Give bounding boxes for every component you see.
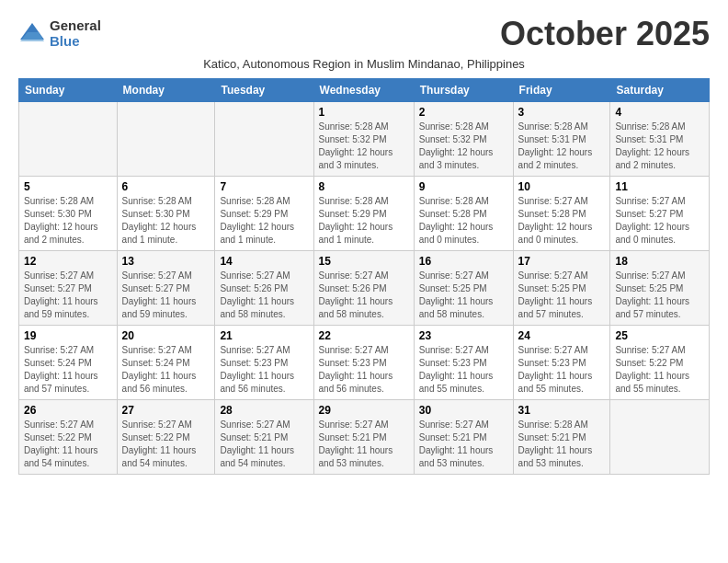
table-row: 22Sunrise: 5:27 AMSunset: 5:23 PMDayligh…	[313, 326, 414, 400]
table-row: 21Sunrise: 5:27 AMSunset: 5:23 PMDayligh…	[215, 326, 313, 400]
day-info: Sunrise: 5:27 AMSunset: 5:28 PMDaylight:…	[518, 195, 606, 247]
day-number: 28	[220, 404, 308, 417]
day-info: Sunrise: 5:27 AMSunset: 5:22 PMDaylight:…	[615, 344, 704, 396]
table-row: 15Sunrise: 5:27 AMSunset: 5:26 PMDayligh…	[313, 251, 414, 326]
day-info: Sunrise: 5:27 AMSunset: 5:27 PMDaylight:…	[122, 270, 210, 321]
table-row: 9Sunrise: 5:28 AMSunset: 5:28 PMDaylight…	[414, 177, 513, 251]
day-number: 22	[319, 329, 409, 342]
table-row: 31Sunrise: 5:28 AMSunset: 5:21 PMDayligh…	[513, 400, 610, 475]
table-row: 16Sunrise: 5:27 AMSunset: 5:25 PMDayligh…	[414, 251, 513, 326]
day-info: Sunrise: 5:27 AMSunset: 5:27 PMDaylight:…	[615, 195, 704, 247]
header-friday: Friday	[513, 79, 610, 102]
day-info: Sunrise: 5:28 AMSunset: 5:21 PMDaylight:…	[518, 419, 606, 470]
table-row: 5Sunrise: 5:28 AMSunset: 5:30 PMDaylight…	[19, 177, 118, 251]
table-row: 27Sunrise: 5:27 AMSunset: 5:22 PMDayligh…	[117, 400, 215, 475]
table-row: 19Sunrise: 5:27 AMSunset: 5:24 PMDayligh…	[19, 326, 118, 400]
day-number: 29	[319, 404, 409, 417]
table-row	[117, 102, 215, 177]
day-number: 12	[24, 255, 112, 268]
day-info: Sunrise: 5:27 AMSunset: 5:25 PMDaylight:…	[419, 270, 508, 321]
table-row	[19, 102, 118, 177]
day-number: 24	[518, 329, 606, 342]
header-wednesday: Wednesday	[313, 79, 414, 102]
table-row: 13Sunrise: 5:27 AMSunset: 5:27 PMDayligh…	[117, 251, 215, 326]
table-row: 3Sunrise: 5:28 AMSunset: 5:31 PMDaylight…	[513, 102, 610, 177]
table-row: 26Sunrise: 5:27 AMSunset: 5:22 PMDayligh…	[19, 400, 118, 475]
day-info: Sunrise: 5:28 AMSunset: 5:29 PMDaylight:…	[319, 195, 409, 247]
table-row: 12Sunrise: 5:27 AMSunset: 5:27 PMDayligh…	[19, 251, 118, 326]
table-row: 28Sunrise: 5:27 AMSunset: 5:21 PMDayligh…	[215, 400, 313, 475]
day-number: 18	[615, 255, 704, 268]
day-number: 10	[518, 180, 606, 193]
table-row: 29Sunrise: 5:27 AMSunset: 5:21 PMDayligh…	[313, 400, 414, 475]
table-row: 23Sunrise: 5:27 AMSunset: 5:23 PMDayligh…	[414, 326, 513, 400]
day-number: 21	[220, 329, 308, 342]
day-info: Sunrise: 5:27 AMSunset: 5:23 PMDaylight:…	[419, 344, 508, 396]
calendar-table: Sunday Monday Tuesday Wednesday Thursday…	[18, 78, 710, 475]
day-number: 1	[319, 106, 409, 119]
month-title: October 2025	[500, 15, 710, 53]
day-number: 3	[518, 106, 606, 119]
subtitle: Katico, Autonomous Region in Muslim Mind…	[18, 57, 710, 71]
day-info: Sunrise: 5:28 AMSunset: 5:32 PMDaylight:…	[419, 121, 508, 172]
day-info: Sunrise: 5:27 AMSunset: 5:22 PMDaylight:…	[122, 419, 210, 470]
day-info: Sunrise: 5:27 AMSunset: 5:26 PMDaylight:…	[319, 270, 409, 321]
day-number: 17	[518, 255, 606, 268]
day-number: 5	[24, 180, 112, 193]
day-number: 31	[518, 404, 606, 417]
day-info: Sunrise: 5:28 AMSunset: 5:31 PMDaylight:…	[518, 121, 606, 172]
day-number: 11	[615, 180, 704, 193]
day-info: Sunrise: 5:27 AMSunset: 5:22 PMDaylight:…	[24, 419, 112, 470]
header-thursday: Thursday	[414, 79, 513, 102]
weekday-header-row: Sunday Monday Tuesday Wednesday Thursday…	[19, 79, 710, 102]
day-number: 4	[615, 106, 704, 119]
day-info: Sunrise: 5:27 AMSunset: 5:21 PMDaylight:…	[220, 419, 308, 470]
day-number: 15	[319, 255, 409, 268]
day-info: Sunrise: 5:27 AMSunset: 5:23 PMDaylight:…	[220, 344, 308, 396]
day-number: 6	[122, 180, 210, 193]
table-row: 7Sunrise: 5:28 AMSunset: 5:29 PMDaylight…	[215, 177, 313, 251]
table-row: 17Sunrise: 5:27 AMSunset: 5:25 PMDayligh…	[513, 251, 610, 326]
logo-text: General Blue	[50, 18, 101, 49]
day-number: 19	[24, 329, 112, 342]
header-monday: Monday	[117, 79, 215, 102]
logo: General Blue	[18, 18, 101, 49]
day-number: 9	[419, 180, 508, 193]
day-number: 27	[122, 404, 210, 417]
week-row-4: 19Sunrise: 5:27 AMSunset: 5:24 PMDayligh…	[19, 326, 710, 400]
table-row: 6Sunrise: 5:28 AMSunset: 5:30 PMDaylight…	[117, 177, 215, 251]
table-row: 1Sunrise: 5:28 AMSunset: 5:32 PMDaylight…	[313, 102, 414, 177]
day-info: Sunrise: 5:27 AMSunset: 5:25 PMDaylight:…	[615, 270, 704, 321]
week-row-1: 1Sunrise: 5:28 AMSunset: 5:32 PMDaylight…	[19, 102, 710, 177]
day-info: Sunrise: 5:27 AMSunset: 5:23 PMDaylight:…	[518, 344, 606, 396]
day-info: Sunrise: 5:27 AMSunset: 5:21 PMDaylight:…	[419, 419, 508, 470]
day-number: 8	[319, 180, 409, 193]
day-number: 30	[419, 404, 508, 417]
header-sunday: Sunday	[19, 79, 118, 102]
table-row	[215, 102, 313, 177]
week-row-5: 26Sunrise: 5:27 AMSunset: 5:22 PMDayligh…	[19, 400, 710, 475]
day-info: Sunrise: 5:28 AMSunset: 5:28 PMDaylight:…	[419, 195, 508, 247]
day-info: Sunrise: 5:27 AMSunset: 5:26 PMDaylight:…	[220, 270, 308, 321]
page: General Blue October 2025 Katico, Autono…	[0, 0, 728, 563]
table-row: 11Sunrise: 5:27 AMSunset: 5:27 PMDayligh…	[610, 177, 710, 251]
day-info: Sunrise: 5:28 AMSunset: 5:30 PMDaylight:…	[24, 195, 112, 247]
table-row: 14Sunrise: 5:27 AMSunset: 5:26 PMDayligh…	[215, 251, 313, 326]
day-info: Sunrise: 5:27 AMSunset: 5:23 PMDaylight:…	[319, 344, 409, 396]
day-number: 16	[419, 255, 508, 268]
day-number: 7	[220, 180, 308, 193]
logo-blue-text: Blue	[50, 34, 101, 50]
table-row: 25Sunrise: 5:27 AMSunset: 5:22 PMDayligh…	[610, 326, 710, 400]
week-row-2: 5Sunrise: 5:28 AMSunset: 5:30 PMDaylight…	[19, 177, 710, 251]
table-row: 30Sunrise: 5:27 AMSunset: 5:21 PMDayligh…	[414, 400, 513, 475]
table-row	[610, 400, 710, 475]
day-number: 20	[122, 329, 210, 342]
day-info: Sunrise: 5:28 AMSunset: 5:32 PMDaylight:…	[319, 121, 409, 172]
day-info: Sunrise: 5:27 AMSunset: 5:25 PMDaylight:…	[518, 270, 606, 321]
day-info: Sunrise: 5:28 AMSunset: 5:29 PMDaylight:…	[220, 195, 308, 247]
day-info: Sunrise: 5:27 AMSunset: 5:27 PMDaylight:…	[24, 270, 112, 321]
table-row: 10Sunrise: 5:27 AMSunset: 5:28 PMDayligh…	[513, 177, 610, 251]
day-number: 26	[24, 404, 112, 417]
day-number: 14	[220, 255, 308, 268]
day-number: 23	[419, 329, 508, 342]
